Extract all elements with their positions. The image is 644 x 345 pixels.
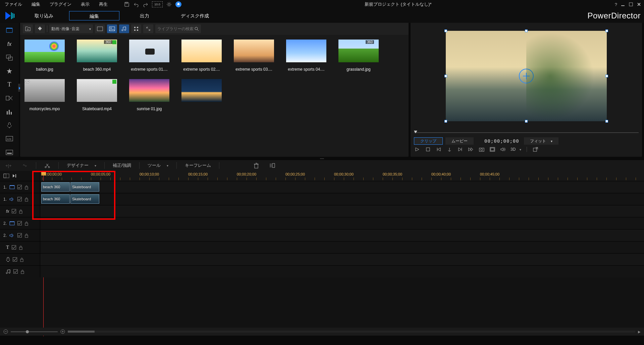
tl-layout-icon[interactable]: [3, 174, 9, 178]
maximize-icon[interactable]: [629, 2, 633, 7]
media-item[interactable]: ballon.jpg: [23, 40, 66, 72]
track-head[interactable]: 1.: [0, 181, 40, 193]
timeline-clip[interactable]: Skateboard: [70, 182, 99, 192]
track-visible-checkbox[interactable]: [17, 221, 22, 225]
track-lock-icon[interactable]: [20, 269, 24, 274]
fast-forward-icon[interactable]: [468, 146, 474, 153]
zoom-slider[interactable]: [11, 331, 58, 332]
media-thumbnail[interactable]: [181, 79, 222, 102]
track-visible-checkbox[interactable]: [13, 269, 18, 274]
preview-quality-icon[interactable]: [489, 146, 496, 153]
track-head[interactable]: 2.: [0, 229, 40, 241]
preview-seek-bar[interactable]: [411, 129, 642, 136]
grid-view-icon[interactable]: [131, 24, 141, 33]
room-media-icon[interactable]: [4, 26, 15, 35]
plugin-icon[interactable]: [35, 24, 45, 33]
clip-mode-button[interactable]: クリップ: [414, 137, 443, 145]
media-thumbnail[interactable]: 3D: [24, 79, 65, 102]
media-thumbnail[interactable]: [24, 40, 65, 62]
room-pip-icon[interactable]: [4, 53, 15, 62]
room-particle-icon[interactable]: [4, 67, 15, 75]
room-voiceover-icon[interactable]: [4, 121, 15, 130]
resize-handle[interactable]: [605, 75, 608, 77]
zoom-in-icon[interactable]: [60, 329, 65, 334]
track-visible-checkbox[interactable]: [13, 257, 17, 262]
prev-frame-icon[interactable]: [435, 146, 442, 153]
media-item[interactable]: extreme sports 02....: [180, 40, 223, 72]
track-head[interactable]: 2.: [0, 217, 40, 229]
resize-handle[interactable]: [444, 75, 447, 77]
media-item[interactable]: extreme sports 03....: [232, 40, 276, 72]
menu-file[interactable]: ファイル: [3, 1, 24, 8]
preview-video-frame[interactable]: [446, 31, 607, 121]
search-icon[interactable]: [194, 26, 199, 31]
timeline-hscroll[interactable]: [68, 331, 635, 333]
tl-keyframe-button[interactable]: キーフレーム: [183, 161, 213, 170]
movie-mode-button[interactable]: ムービー: [445, 137, 474, 145]
media-item[interactable]: [180, 79, 223, 111]
track-head[interactable]: [0, 254, 40, 265]
track-visible-checkbox[interactable]: [17, 233, 22, 237]
room-audio-mix-icon[interactable]: [4, 107, 15, 116]
timecode-display[interactable]: 00;00;00;00: [482, 138, 521, 144]
media-thumbnail[interactable]: [129, 79, 169, 102]
track-head[interactable]: 1.: [0, 193, 40, 205]
tl-split-icon[interactable]: [42, 161, 52, 170]
resize-handle[interactable]: [444, 120, 447, 123]
import-media-icon[interactable]: [23, 24, 33, 33]
popout-icon[interactable]: [532, 146, 539, 153]
snapshot-icon[interactable]: [478, 146, 485, 153]
track-lock-icon[interactable]: [24, 185, 29, 190]
tab-import[interactable]: 取り込み: [19, 11, 69, 20]
tl-goto-end-icon[interactable]: [12, 174, 17, 178]
expand-icon[interactable]: [143, 24, 153, 33]
view-target-icon[interactable]: [519, 69, 534, 83]
media-filter-dropdown[interactable]: 動画･画像･音楽▾: [49, 24, 93, 33]
search-box[interactable]: [155, 24, 201, 33]
media-item[interactable]: Skateboard.mp4: [75, 79, 119, 111]
media-thumbnail[interactable]: [286, 40, 326, 62]
media-item[interactable]: extreme sports 04....: [284, 40, 328, 72]
room-subtitle-icon[interactable]: [4, 148, 15, 157]
aspect-ratio-dropdown[interactable]: 10.0: [152, 1, 163, 7]
timeline-ruler[interactable]: 00;00;00;0000;00;05;0000;00;10;0000;00;1…: [40, 171, 644, 181]
track-lock-icon[interactable]: [20, 257, 24, 262]
marker-icon[interactable]: [446, 146, 453, 153]
media-thumbnail[interactable]: [181, 40, 222, 62]
3d-button[interactable]: 3D: [511, 146, 516, 153]
scroll-right-icon[interactable]: ▶: [638, 330, 641, 334]
filter-video-icon[interactable]: [95, 24, 105, 33]
tab-edit[interactable]: 編集: [69, 11, 119, 20]
track-head[interactable]: fx: [0, 205, 40, 217]
menu-play[interactable]: 再生: [97, 1, 110, 8]
tl-delete-icon[interactable]: [252, 161, 261, 170]
track-lane[interactable]: beach 360Skateboard: [40, 193, 644, 205]
notification-icon[interactable]: [175, 1, 181, 7]
media-thumbnail[interactable]: [129, 40, 169, 62]
media-thumbnail[interactable]: [77, 79, 117, 102]
hscroll-thumb[interactable]: [68, 331, 95, 333]
close-icon[interactable]: [637, 2, 641, 7]
settings-icon[interactable]: [166, 1, 172, 7]
media-item[interactable]: 360beach 360.mp4: [75, 40, 119, 72]
track-visible-checkbox[interactable]: [12, 209, 16, 213]
track-lock-icon[interactable]: [24, 221, 29, 226]
volume-icon[interactable]: [500, 146, 506, 153]
media-thumbnail[interactable]: [234, 40, 274, 62]
track-lane[interactable]: [40, 229, 644, 241]
next-frame-icon[interactable]: [457, 146, 464, 153]
track-lane[interactable]: [40, 205, 644, 217]
track-lane[interactable]: [40, 254, 644, 265]
redo-icon[interactable]: [143, 1, 149, 7]
zoom-slider-thumb[interactable]: [26, 330, 29, 333]
media-item[interactable]: sunrise 01.jpg: [127, 79, 171, 111]
filter-audio-icon[interactable]: [119, 24, 129, 33]
play-icon[interactable]: [414, 146, 421, 153]
undo-icon[interactable]: [133, 1, 139, 7]
tl-enhance-button[interactable]: 補正/強調: [111, 161, 133, 170]
room-transition-icon[interactable]: [4, 94, 15, 102]
room-chapter-icon[interactable]: 123: [4, 134, 15, 143]
tab-output[interactable]: 出力: [119, 11, 170, 20]
search-input[interactable]: [157, 26, 194, 31]
timeline-clip[interactable]: beach 360: [41, 194, 70, 204]
